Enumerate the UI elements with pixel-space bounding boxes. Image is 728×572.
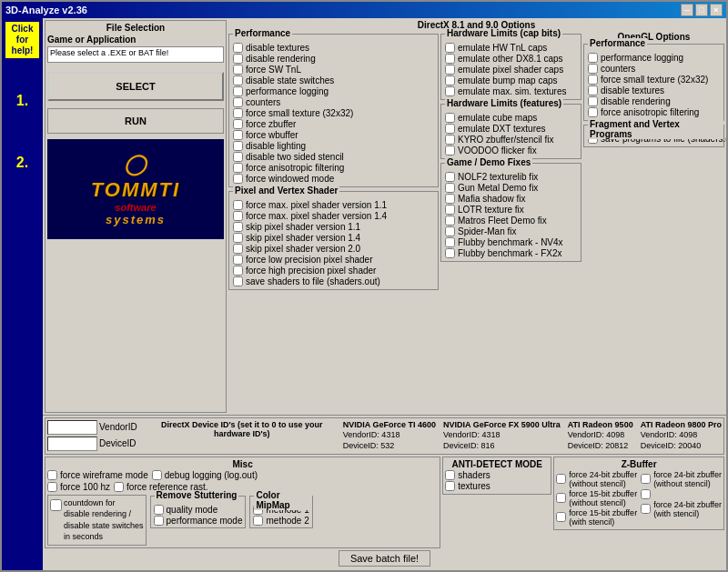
cb-emul-hw-tnl[interactable] [445, 43, 455, 53]
cb-wireframe[interactable] [47, 470, 57, 480]
cb-disable-textures[interactable] [233, 43, 243, 53]
cb-nolf2[interactable] [445, 172, 455, 182]
cb-emul-max-sim[interactable] [445, 86, 455, 96]
cb-force-ref[interactable] [114, 482, 124, 492]
cb-force-zbuffer[interactable] [233, 119, 243, 129]
title-bar-buttons: ─ □ × [681, 4, 723, 16]
checkbox-disable-lighting: disable lighting [233, 141, 434, 151]
cb-force-sw-tnl[interactable] [233, 65, 243, 75]
cb-disable-two-sided[interactable] [233, 152, 243, 162]
color-mipmap-title: Color MipMap [254, 490, 311, 510]
step2-label: 2. [16, 155, 28, 171]
cb-ps-11-skip[interactable] [233, 222, 243, 232]
cb-voodoo-fix[interactable] [445, 146, 455, 156]
checkbox-disable-state: disable state switches [233, 75, 434, 85]
cb-force-100hz[interactable] [47, 482, 57, 492]
cb-ogl-disable-tex[interactable] [588, 85, 598, 95]
misc-panel: Misc force wireframe mode debug logging … [45, 457, 440, 548]
cb-high-prec[interactable] [233, 266, 243, 276]
click-help-label: Clickforhelp! [12, 24, 34, 55]
performance-panel: Performance disable textures disable ren… [228, 32, 439, 413]
cb-force-aniso[interactable] [233, 163, 243, 173]
cb-force-wbuffer[interactable] [233, 130, 243, 140]
vendor-id-input[interactable] [47, 420, 97, 435]
misc-row: Misc force wireframe mode debug logging … [45, 457, 724, 548]
cb-zb-16-no-stencil[interactable] [641, 489, 651, 499]
misc-title: Misc [47, 459, 438, 469]
cb-perf-logging[interactable] [233, 86, 243, 96]
logo-area: ◯ TOMMTI software systems [47, 139, 224, 239]
click-help-button[interactable]: Clickforhelp! [5, 22, 39, 58]
cb-zb-15-no-stencil[interactable] [556, 493, 566, 503]
cb-perf-mode[interactable] [154, 516, 164, 526]
minimize-button[interactable]: ─ [681, 4, 693, 16]
remove-stuttering-title: Remove Stuttering [155, 490, 239, 500]
cb-ps-14-skip[interactable] [233, 233, 243, 243]
close-button[interactable]: × [710, 4, 723, 16]
cb-ogl-small-tex[interactable] [588, 75, 598, 85]
cb-zb-15-stencil[interactable] [556, 512, 566, 522]
cb-ogl-disable-render[interactable] [588, 96, 598, 106]
cb-counters[interactable] [233, 97, 243, 107]
card-ati-9500: ATI Radeon 9500 VendorID: 4098 DeviceID:… [568, 420, 633, 452]
color-mipmap-panel: Color MipMap methode 1 methode 2 [249, 495, 312, 546]
cb-quality-mode[interactable] [154, 505, 164, 515]
cb-ps-11-force[interactable] [233, 200, 243, 210]
cb-zb-24-no-stencil[interactable] [556, 474, 566, 484]
maximize-button[interactable]: □ [695, 4, 708, 16]
step1-label: 1. [16, 93, 28, 109]
file-selection-panel: File Selection Game or Application Pleas… [45, 20, 227, 413]
cb-countdown[interactable] [50, 499, 62, 511]
cb-ps-20-skip[interactable] [233, 244, 243, 254]
cb-small-texture[interactable] [233, 108, 243, 118]
cb-debug-log[interactable] [152, 470, 162, 480]
checkbox-disable-two-sided: disable two sided stencil [233, 152, 434, 162]
run-button[interactable]: RUN [47, 108, 224, 134]
cb-ogl-counters[interactable] [588, 64, 598, 74]
cb-kyro-fix[interactable] [445, 135, 455, 145]
select-button[interactable]: SELECT [47, 72, 224, 101]
cb-zb-16-stencil[interactable] [641, 504, 651, 514]
cb-spiderman[interactable] [445, 226, 455, 236]
window-title: 3D-Analyze v2.36 [5, 5, 87, 15]
cb-ogl-aniso[interactable] [588, 107, 598, 117]
cb-shaders[interactable] [445, 470, 455, 480]
cb-emul-ps-caps[interactable] [445, 65, 455, 75]
checkbox-disable-rendering: disable rendering [233, 54, 434, 64]
vendor-id-label: VendorID [99, 422, 137, 432]
card-ati-9800: ATI Radeon 9800 Pro VendorID: 4098 Devic… [641, 420, 722, 452]
logo-sub-text: software [91, 202, 180, 213]
cb-emul-dxt[interactable] [445, 124, 455, 134]
textures-label: textures [458, 481, 490, 491]
cb-save-shaders[interactable] [233, 276, 243, 286]
cb-zb-24-stencil[interactable] [641, 474, 651, 484]
cb-ps-14-force[interactable] [233, 211, 243, 221]
cb-gun-metal[interactable] [445, 183, 455, 193]
cb-lotr[interactable] [445, 205, 455, 215]
cb-disable-state[interactable] [233, 75, 243, 85]
cb-textures[interactable] [445, 481, 455, 491]
device-id-input[interactable] [47, 437, 97, 451]
cb-disable-lighting[interactable] [233, 141, 243, 151]
save-batch-button[interactable]: Save batch file! [339, 550, 430, 567]
sidebar: Clickforhelp! 1. 2. [2, 18, 43, 570]
cb-ogl-perf-logging[interactable] [588, 53, 598, 63]
title-bar: 3D-Analyze v2.36 ─ □ × [2, 2, 726, 18]
logo-main-text: TOMMTI [91, 178, 180, 202]
cb-disable-rendering[interactable] [233, 54, 243, 64]
save-batch-row: Save batch file! [45, 550, 724, 567]
cb-flubby-nv4x[interactable] [445, 237, 455, 247]
countdown-area: countdown fordisable rendering /disable … [47, 495, 147, 546]
cb-emul-cube[interactable] [445, 113, 455, 123]
hw-features-title: Hardware Limits (features) [445, 98, 563, 108]
cb-emul-bump[interactable] [445, 75, 455, 85]
cb-emul-dx81[interactable] [445, 54, 455, 64]
cb-mafia-shadow[interactable] [445, 194, 455, 204]
cb-force-windowed[interactable] [233, 174, 243, 184]
cb-low-prec[interactable] [233, 255, 243, 265]
cb-flubby-fx2x[interactable] [445, 248, 455, 258]
cb-methode2[interactable] [253, 516, 263, 526]
opengl-panel: OpenGL Options Performance performance l… [583, 32, 724, 413]
cb-matros[interactable] [445, 216, 455, 226]
card-nvidia-fx5900: NVIDIA GeForce FX 5900 Ultra VendorID: 4… [443, 420, 561, 452]
